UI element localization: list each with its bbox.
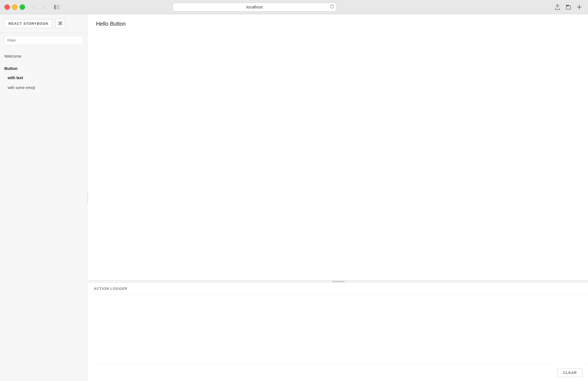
svg-rect-3 — [566, 5, 569, 6]
action-logger-footer: CLEAR — [88, 364, 588, 381]
maximize-button[interactable] — [20, 4, 25, 10]
browser-actions — [553, 3, 584, 11]
new-tab-button[interactable] — [575, 3, 584, 11]
close-button[interactable] — [4, 4, 10, 10]
sidebar: REACT STORYBOOK ⌘ Welcome Button with te… — [0, 14, 87, 381]
sidebar-resizer[interactable] — [87, 14, 88, 381]
filter-input[interactable] — [4, 36, 83, 45]
minimize-button[interactable] — [12, 4, 17, 10]
reload-button[interactable] — [330, 5, 334, 10]
browser-chrome: localhost — [0, 0, 588, 14]
panel-resize-handle[interactable] — [88, 281, 588, 283]
nav-section-button: Button with text with some emoji — [0, 62, 87, 94]
story-preview: Hello Button — [88, 14, 588, 281]
storybook-logo-button[interactable]: REACT STORYBOOK — [4, 19, 53, 28]
sidebar-header: REACT STORYBOOK ⌘ — [0, 14, 87, 33]
action-logger-header: ACTION LOGGER — [88, 283, 588, 295]
clear-button[interactable]: CLEAR — [557, 368, 583, 377]
resize-handle-bar — [332, 281, 345, 282]
sidebar-toggle-button[interactable] — [52, 3, 61, 11]
svg-rect-1 — [56, 5, 59, 9]
sidebar-item-button[interactable]: Button — [0, 64, 87, 73]
action-logger-body — [88, 295, 588, 364]
sidebar-item-with-text[interactable]: with text — [0, 73, 87, 83]
share-button[interactable] — [553, 3, 562, 11]
sidebar-nav: Welcome Button with text with some emoji — [0, 48, 87, 381]
action-logger-panel: ACTION LOGGER CLEAR — [88, 283, 588, 381]
forward-button[interactable] — [39, 3, 48, 11]
back-button[interactable] — [29, 3, 38, 11]
nav-section-welcome: Welcome — [0, 50, 87, 62]
story-title: Hello Button — [96, 21, 580, 27]
keyboard-shortcut-button[interactable]: ⌘ — [55, 19, 65, 28]
svg-rect-0 — [54, 5, 56, 9]
main-content: Hello Button ACTION LOGGER CLEAR — [88, 14, 588, 381]
sidebar-item-with-some-emoji[interactable]: with some emoji — [0, 83, 87, 93]
traffic-lights — [4, 4, 25, 10]
nav-buttons — [29, 3, 48, 11]
sidebar-item-welcome[interactable]: Welcome — [0, 52, 87, 61]
tabs-button[interactable] — [564, 3, 573, 11]
address-bar[interactable]: localhost — [173, 3, 336, 11]
app: REACT STORYBOOK ⌘ Welcome Button with te… — [0, 14, 588, 381]
url-text: localhost — [247, 5, 263, 9]
